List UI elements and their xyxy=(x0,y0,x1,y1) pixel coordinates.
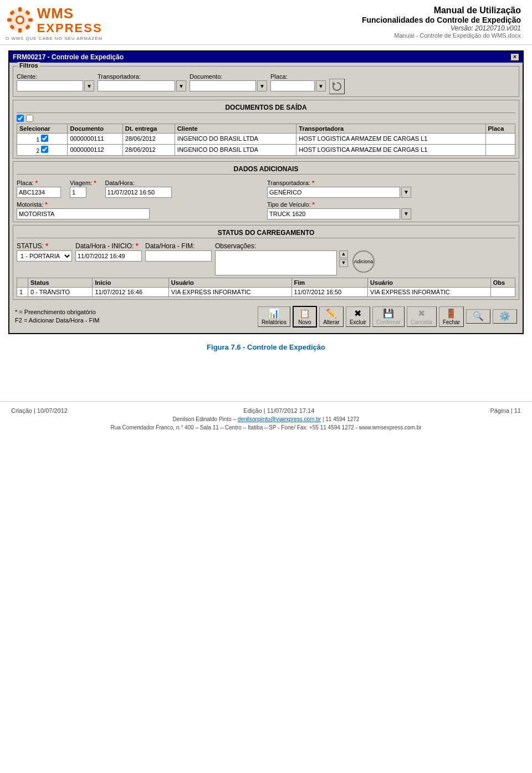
fechar-button[interactable]: 🚪 Fechar xyxy=(439,306,464,327)
cell-usuario1: VIA EXPRESS INFORMÁTIC xyxy=(168,287,291,296)
placa-input[interactable] xyxy=(17,187,61,198)
transportadora-da-dropdown[interactable]: ▼ xyxy=(401,187,411,198)
cancelar-label: Cancelar xyxy=(411,319,433,325)
table-row: 1 0000000111 28/06/2012 INGENICO DO BRAS… xyxy=(17,133,515,144)
data-inicio-input[interactable] xyxy=(75,250,142,262)
dialog-titlebar: FRM00217 - Controle de Expedição × xyxy=(9,52,523,63)
status-label: STATUS: * xyxy=(17,242,72,250)
svg-rect-3 xyxy=(18,7,22,12)
cell-cliente: INGENICO DO BRASIL LTDA xyxy=(175,133,296,144)
data-hora-input[interactable] xyxy=(105,187,172,198)
alterar-button[interactable]: ✏️ Alterar xyxy=(319,306,344,327)
scroll-up-btn[interactable]: ▲ xyxy=(339,250,348,258)
placa-filtro-input[interactable] xyxy=(270,80,315,91)
relatorios-icon: 📊 xyxy=(268,308,279,319)
status-col-fim: Fim xyxy=(291,278,367,287)
novo-button[interactable]: 📋 Novo xyxy=(293,306,317,327)
row-checkbox[interactable] xyxy=(41,135,48,142)
obs-textarea[interactable] xyxy=(215,250,337,275)
logo-area: WMS EXPRESS O WMS QUE CABE NO SEU ARMAZÉ… xyxy=(6,6,103,41)
transportadora-dropdown-btn[interactable]: ▼ xyxy=(176,80,186,91)
cell-fim: 11/07/2012 16:50 xyxy=(291,287,367,296)
footer-author-line: Denilson Edinaldo Pinto – denilsonpinto@… xyxy=(11,416,521,422)
motorista-field: Motorista: * xyxy=(17,201,265,219)
status-section: STATUS DO CARREGAMENTO STATUS: * 1 - POR… xyxy=(13,225,519,300)
dialog-close-button[interactable]: × xyxy=(510,53,519,61)
cell-inicio: 11/07/2012 16:46 xyxy=(93,287,168,296)
transportadora-field: Transportadora: ▼ xyxy=(98,73,186,91)
filtros-section: Filtros Cliente: ▼ Transportadora: xyxy=(13,66,519,97)
viagem-field: Viagem: * xyxy=(70,180,96,198)
cell-usuario2: VIA EXPRESS INFORMÁTIC xyxy=(368,287,491,296)
svg-rect-5 xyxy=(7,18,12,22)
status-banner: STATUS DO CARREGAMENTO xyxy=(17,228,515,238)
cell-documento: 0000000111 xyxy=(68,133,122,144)
placa-filtro-field: Placa: ▼ xyxy=(270,73,326,91)
select-all-checkbox[interactable] xyxy=(17,115,24,122)
status-grid: STATUS: * 1 - PORTARIA Data/Hora - INICI… xyxy=(17,240,515,275)
refresh-icon xyxy=(332,81,342,91)
dados-banner: DADOS ADICIONAIS xyxy=(17,164,515,175)
placa-filtro-dropdown-btn[interactable]: ▼ xyxy=(316,80,326,91)
viagem-input[interactable] xyxy=(70,187,86,198)
excluir-button[interactable]: ✖ Excluir xyxy=(346,306,370,327)
cliente-input[interactable] xyxy=(17,80,83,91)
footer-notes: * = Preenchimento obrigatório F2 = Adici… xyxy=(15,308,100,325)
status-field: STATUS: * 1 - PORTARIA xyxy=(17,242,72,262)
deselect-all-checkbox[interactable] xyxy=(26,115,33,122)
data-fim-input[interactable] xyxy=(145,250,212,262)
documento-input[interactable] xyxy=(190,80,256,91)
footer-email-link[interactable]: denilsonpinto@viaexpress.com.br xyxy=(238,416,321,422)
logo-wms: WMS xyxy=(37,6,103,22)
transportadora-da-input[interactable] xyxy=(267,187,400,198)
cell-num: 1 xyxy=(17,287,28,296)
col-placa: Placa xyxy=(485,124,515,133)
data-hora-field: Data/Hora: xyxy=(105,180,172,198)
tipo-veiculo-dropdown[interactable]: ▼ xyxy=(401,208,411,219)
cell-obs xyxy=(490,287,515,296)
obs-field: Observações: ▲ ▼ Adiciona xyxy=(215,242,515,275)
placa-filtro-label: Placa: xyxy=(270,73,326,80)
search-button[interactable]: 🔍 xyxy=(466,309,490,324)
cliente-dropdown-btn[interactable]: ▼ xyxy=(84,80,94,91)
col-transportadora: Transportadora xyxy=(296,124,485,133)
confirmar-button[interactable]: 💾 Confirmar xyxy=(372,306,405,327)
dialog-footer: * = Preenchimento obrigatório F2 = Adici… xyxy=(13,303,519,330)
data-hora-label: Data/Hora: xyxy=(105,180,172,186)
settings-button[interactable]: ⚙️ xyxy=(493,309,517,324)
placa-field: Placa: * xyxy=(17,180,61,198)
cancelar-icon: ✖ xyxy=(418,308,425,319)
scroll-down-btn[interactable]: ▼ xyxy=(339,259,348,267)
cancelar-button[interactable]: ✖ Cancelar xyxy=(407,306,437,327)
viagem-label: Viagem: * xyxy=(70,180,96,186)
cell-transportadora: HOST LOGISTICA ARMAZEM DE CARGAS L1 xyxy=(296,133,485,144)
cliente-label: Cliente: xyxy=(17,73,94,80)
adicionar-button[interactable]: Adiciona xyxy=(352,250,375,273)
footer-pagina: Página | 11 xyxy=(490,407,521,414)
header-version: Versão: 20120710.v001 xyxy=(362,24,521,32)
cell-placa xyxy=(485,144,515,155)
placa-req: * xyxy=(35,180,38,186)
excluir-label: Excluir xyxy=(350,319,366,325)
relatorios-label: Relatórios xyxy=(262,319,287,325)
documentos-section: DOCUMENTOS DE SAÍDA Selecionar Documento… xyxy=(13,100,519,158)
alterar-label: Alterar xyxy=(323,319,339,325)
footer-note1: * = Preenchimento obrigatório xyxy=(15,308,100,316)
relatorios-button[interactable]: 📊 Relatórios xyxy=(258,306,290,327)
status-col-status: Status xyxy=(28,278,93,287)
novo-label: Novo xyxy=(298,319,311,325)
tipo-veiculo-input[interactable] xyxy=(267,208,400,219)
documento-dropdown-btn[interactable]: ▼ xyxy=(257,80,267,91)
main-content: FRM00217 - Controle de Expedição × Filtr… xyxy=(0,45,532,368)
header-right: Manual de Utilização Funcionalidades do … xyxy=(362,6,521,39)
page-header: WMS EXPRESS O WMS QUE CABE NO SEU ARMAZÉ… xyxy=(0,0,532,45)
refresh-button[interactable] xyxy=(329,79,345,94)
motorista-label: Motorista: * xyxy=(17,201,265,208)
transportadora-input[interactable] xyxy=(98,80,175,91)
header-manual-ref: Manual - Controle de Expedição do WMS.do… xyxy=(362,32,521,39)
footer-edicao: Edição | 11/07/2012 17:14 xyxy=(243,407,314,414)
cell-transportadora: HOST LOGISTICA ARMAZEM DE CARGAS L1 xyxy=(296,144,485,155)
motorista-input[interactable] xyxy=(17,208,150,219)
status-select[interactable]: 1 - PORTARIA xyxy=(17,250,72,262)
row-checkbox[interactable] xyxy=(41,146,48,153)
